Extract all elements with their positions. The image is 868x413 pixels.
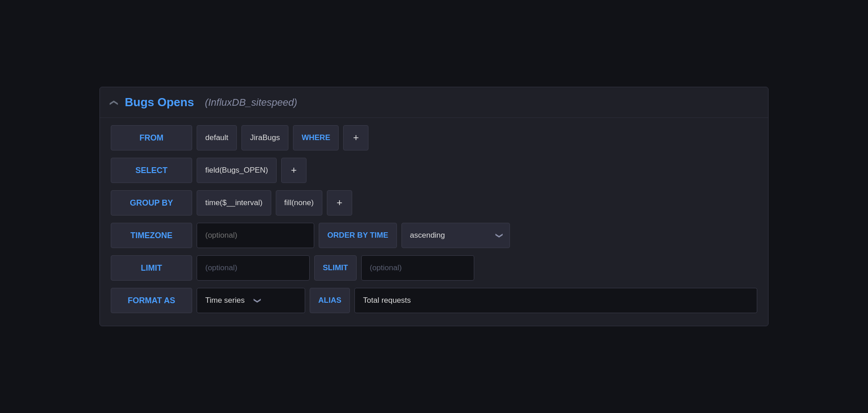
limit-label: LIMIT (111, 255, 192, 281)
from-default-tag[interactable]: default (197, 125, 237, 150)
limit-row: LIMIT SLIMIT (111, 253, 757, 282)
slimit-input[interactable] (361, 255, 474, 281)
collapse-icon[interactable]: ❮ (109, 99, 119, 106)
group-by-fill-tag[interactable]: fill(none) (276, 190, 322, 216)
format-as-dropdown[interactable]: Time series ❮ (197, 288, 305, 313)
query-builder: ❮ Bugs Opens (InfluxDB_sitespeed) FROM d… (99, 87, 769, 326)
group-by-label: GROUP BY (111, 190, 192, 216)
from-measurement-tag[interactable]: JiraBugs (241, 125, 288, 150)
format-as-label: FORMAT AS (111, 288, 192, 313)
alias-label: ALIAS (310, 288, 350, 313)
format-row: FORMAT AS Time series ❮ ALIAS (111, 286, 757, 315)
order-dropdown-chevron-icon: ❮ (494, 233, 503, 239)
panel-subtitle: (InfluxDB_sitespeed) (205, 97, 297, 108)
format-dropdown-chevron-icon: ❮ (252, 298, 261, 304)
from-add-button[interactable]: + (343, 125, 368, 150)
select-row: SELECT field(Bugs_OPEN) + (111, 156, 757, 185)
order-by-time-label: ORDER BY TIME (319, 223, 397, 248)
from-label: FROM (111, 125, 192, 150)
header-row: ❮ Bugs Opens (InfluxDB_sitespeed) (100, 87, 768, 118)
from-row: FROM default JiraBugs WHERE + (111, 123, 757, 152)
group-by-add-button[interactable]: + (327, 190, 352, 216)
select-field-tag[interactable]: field(Bugs_OPEN) (197, 158, 277, 183)
timezone-row: TIMEZONE ORDER BY TIME ascending ❮ (111, 221, 757, 250)
panel-title: Bugs Opens (125, 95, 194, 109)
alias-input[interactable] (354, 288, 757, 313)
timezone-input[interactable] (197, 223, 314, 248)
group-by-time-tag[interactable]: time($__interval) (197, 190, 271, 216)
slimit-label: SLIMIT (314, 255, 357, 281)
query-rows: FROM default JiraBugs WHERE + SELECT fie… (100, 118, 768, 326)
timezone-label: TIMEZONE (111, 223, 192, 248)
limit-input[interactable] (197, 255, 310, 281)
order-by-time-dropdown[interactable]: ascending ❮ (401, 223, 510, 248)
group-by-row: GROUP BY time($__interval) fill(none) + (111, 188, 757, 217)
select-add-button[interactable]: + (281, 158, 307, 183)
format-as-value: Time series (205, 296, 245, 305)
where-button[interactable]: WHERE (293, 125, 339, 150)
order-by-time-value: ascending (410, 231, 445, 240)
select-label: SELECT (111, 158, 192, 183)
